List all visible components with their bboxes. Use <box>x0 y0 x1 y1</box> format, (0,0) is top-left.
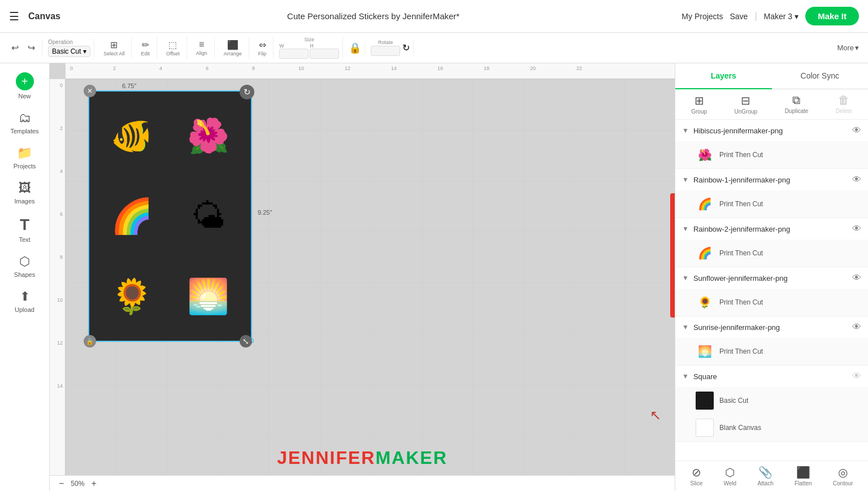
save-button[interactable]: Save <box>730 12 748 21</box>
layer-group-square: ▼ Square 👁 Basic Cut Blank Canvas <box>675 366 868 442</box>
layer-thumb-hibiscus: 🌺 <box>696 146 714 164</box>
more-button[interactable]: More ▾ <box>832 41 863 54</box>
offset-button[interactable]: ⬚ Offset <box>163 37 183 59</box>
sidebar-item-upload-label: Upload <box>15 306 34 313</box>
flip-button[interactable]: ⇔ Flip <box>255 37 270 59</box>
width-input[interactable] <box>279 49 309 59</box>
align-label: Align <box>196 50 207 56</box>
ruler-v-6: 6 <box>60 211 63 217</box>
lock-aspect-icon[interactable]: 🔒 <box>349 42 361 54</box>
visibility-icon-sunflower[interactable]: 👁 <box>852 273 861 283</box>
sidebar-item-projects[interactable]: 📁 Projects <box>3 141 46 174</box>
select-all-icon: ⊞ <box>110 40 118 50</box>
visibility-icon-rainbow2[interactable]: 👁 <box>852 224 861 234</box>
offset-icon: ⬚ <box>168 40 177 50</box>
rotate-handle[interactable]: ↻ <box>240 85 254 99</box>
sidebar-item-images[interactable]: 🖼 Images <box>3 176 46 209</box>
layer-thumb-rainbow1: 🌈 <box>696 195 714 213</box>
flatten-icon: ⬛ <box>796 466 810 479</box>
height-input[interactable] <box>310 49 339 59</box>
layer-child-square: Basic Cut <box>675 387 868 414</box>
visibility-icon-rainbow1[interactable]: 👁 <box>852 175 861 185</box>
layer-op-sunflower: Print Then Cut <box>719 298 763 306</box>
ruler-horizontal: 0 2 4 6 8 10 12 14 16 18 20 22 <box>66 63 675 79</box>
tab-layers[interactable]: Layers <box>675 63 772 89</box>
contour-button[interactable]: ◎ Contour <box>833 466 853 486</box>
duplicate-action[interactable]: ⧉ Duplicate <box>785 94 809 115</box>
operation-select[interactable]: Basic Cut ▾ <box>48 46 90 57</box>
menu-icon[interactable]: ☰ <box>9 10 19 23</box>
ruler-h-16: 16 <box>437 66 443 71</box>
layer-child-rainbow1: 🌈 Print Then Cut <box>675 190 868 218</box>
layer-header-sunrise[interactable]: ▼ Sunrise-jennifermaker-png 👁 <box>675 316 868 338</box>
layer-header-rainbow2[interactable]: ▼ Rainbow-2-jennifermaker-png 👁 <box>675 218 868 240</box>
contour-icon: ◎ <box>838 466 848 479</box>
slice-button[interactable]: ⊘ Slice <box>691 466 703 486</box>
delete-action[interactable]: 🗑 Delete <box>836 94 852 115</box>
rotate-group: Rotate ↻ <box>367 40 414 56</box>
select-all-label: Select All <box>103 51 124 57</box>
sidebar-item-shapes[interactable]: ⬡ Shapes <box>3 250 46 283</box>
sidebar-item-upload[interactable]: ⬆ Upload <box>3 285 46 318</box>
my-projects-link[interactable]: My Projects <box>682 12 723 21</box>
attach-button[interactable]: 📎 Attach <box>757 466 773 486</box>
arrange-button[interactable]: ⬛ Arrange <box>220 37 245 59</box>
weld-label: Weld <box>724 480 737 486</box>
lock-position-button[interactable]: 🔒 <box>84 335 96 347</box>
canvas-viewport[interactable]: 🐠 🌺 🌈 🌤 🌻 🌅 ✕ ↻ 🔒 <box>66 79 675 475</box>
ungroup-action[interactable]: ⊟ UnGroup <box>735 94 758 115</box>
layers-list: ▼ Hibiscus-jennifermaker-png 👁 🌺 Print T… <box>675 120 868 460</box>
close-selection-button[interactable]: ✕ <box>84 85 96 97</box>
tab-color-sync[interactable]: Color Sync <box>772 63 869 89</box>
sidebar-item-templates[interactable]: 🗂 Templates <box>3 106 46 139</box>
rotate-icon[interactable]: ↻ <box>402 42 410 53</box>
visibility-icon-hibiscus[interactable]: 👁 <box>852 125 861 136</box>
rotate-label: Rotate <box>378 40 393 45</box>
machine-selector[interactable]: Maker 3 ▾ <box>764 12 799 21</box>
layer-op-rainbow2: Print Then Cut <box>719 249 763 257</box>
group-action[interactable]: ⊞ Group <box>691 94 707 115</box>
design-canvas[interactable]: 🐠 🌺 🌈 🌤 🌻 🌅 <box>88 90 252 342</box>
layer-op-hibiscus: Print Then Cut <box>719 151 763 159</box>
rotate-input-group: Rotate <box>371 40 400 56</box>
undo-button[interactable]: ↩ <box>8 40 22 55</box>
sidebar-item-images-label: Images <box>14 198 34 205</box>
edit-label: Edit <box>141 51 150 57</box>
edit-button[interactable]: ✏ Edit <box>137 37 153 59</box>
canvas-area[interactable]: 0 2 4 6 8 10 12 14 16 18 20 22 0 2 4 6 8… <box>50 63 675 491</box>
sidebar-item-text[interactable]: T Text <box>3 211 46 247</box>
weld-button[interactable]: ⬡ Weld <box>724 466 737 486</box>
canvas-label: Canvas <box>28 11 60 21</box>
layer-child-sunrise: 🌅 Print Then Cut <box>675 338 868 365</box>
operation-label: Operation <box>48 39 90 45</box>
layer-header-rainbow1[interactable]: ▼ Rainbow-1-jennifermaker-png 👁 <box>675 169 868 190</box>
align-button[interactable]: ≡ Align <box>193 37 211 58</box>
ruler-vertical: 0 2 4 6 8 10 12 14 <box>50 79 66 475</box>
redo-button[interactable]: ↪ <box>24 40 38 55</box>
flatten-label: Flatten <box>795 480 812 486</box>
templates-icon: 🗂 <box>19 111 31 125</box>
machine-name: Maker 3 <box>764 12 793 21</box>
layer-thumb-blank <box>696 419 714 437</box>
layer-header-hibiscus[interactable]: ▼ Hibiscus-jennifermaker-png 👁 <box>675 120 868 141</box>
flip-label: Flip <box>258 51 267 57</box>
visibility-icon-square[interactable]: 👁 <box>852 371 861 381</box>
make-it-button[interactable]: Make It <box>805 7 859 25</box>
zoom-out-button[interactable]: − <box>59 479 64 489</box>
sticker-grid: 🐠 🌺 🌈 🌤 🌻 🌅 <box>88 90 252 342</box>
flatten-button[interactable]: ⬛ Flatten <box>795 466 812 486</box>
undo-redo-group: ↩ ↪ <box>5 40 42 55</box>
layer-header-square[interactable]: ▼ Square 👁 <box>675 366 868 387</box>
rotate-input[interactable] <box>371 46 400 56</box>
layer-header-sunflower[interactable]: ▼ Sunflower-jennifermaker-png 👁 <box>675 267 868 289</box>
expand-icon-sunrise: ▼ <box>682 323 689 331</box>
layer-group-rainbow2: ▼ Rainbow-2-jennifermaker-png 👁 🌈 Print … <box>675 218 868 267</box>
select-all-button[interactable]: ⊞ Select All <box>100 37 128 59</box>
delete-icon: 🗑 <box>838 94 849 107</box>
sidebar-item-shapes-label: Shapes <box>14 271 35 278</box>
ruler-v-4: 4 <box>60 168 63 174</box>
expand-button[interactable]: ⤡ <box>240 335 252 347</box>
zoom-in-button[interactable]: + <box>91 479 96 489</box>
sidebar-item-new[interactable]: + New <box>3 68 46 104</box>
visibility-icon-sunrise[interactable]: 👁 <box>852 322 861 332</box>
